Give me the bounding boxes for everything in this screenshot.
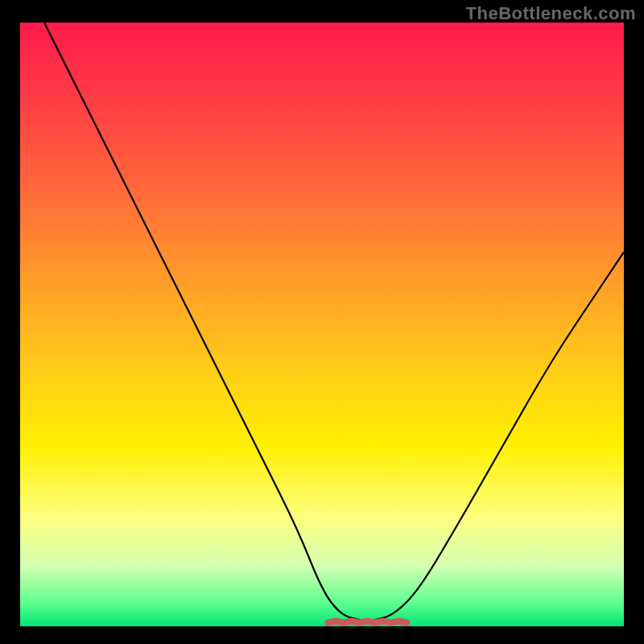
curve-layer [20, 23, 624, 626]
attribution-watermark: TheBottleneck.com [466, 3, 636, 24]
bottleneck-curve [44, 23, 624, 621]
optimal-range-highlight [328, 621, 407, 623]
plot-area [20, 23, 624, 626]
chart-frame: TheBottleneck.com [0, 0, 644, 644]
